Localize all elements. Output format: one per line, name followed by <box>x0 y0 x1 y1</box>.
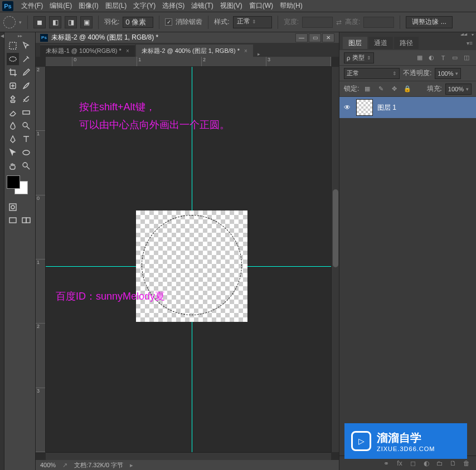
menu-type[interactable]: 文字(Y) <box>130 0 159 12</box>
history-brush-tool[interactable] <box>20 93 32 105</box>
menu-window[interactable]: 窗口(W) <box>246 0 276 12</box>
fill-input[interactable]: 100%▾ <box>445 84 472 95</box>
menu-view[interactable]: 视图(V) <box>217 0 246 12</box>
svg-point-6 <box>23 163 27 167</box>
eyedropper-tool[interactable] <box>20 66 32 79</box>
left-collapse-strip[interactable] <box>0 32 4 470</box>
lock-position-icon[interactable]: ✥ <box>389 84 399 94</box>
status-menu-icon[interactable]: ▸ <box>130 462 133 469</box>
crop-tool[interactable] <box>7 66 19 79</box>
quick-mask-tool[interactable] <box>7 201 19 213</box>
layer-name[interactable]: 图层 1 <box>377 103 396 112</box>
menu-filter[interactable]: 滤镜(T) <box>188 0 216 12</box>
layer-row[interactable]: 👁 图层 1 <box>339 97 476 118</box>
menu-bar: Ps 文件(F) 编辑(E) 图像(I) 图层(L) 文字(Y) 选择(S) 滤… <box>0 0 476 12</box>
zoom-tool[interactable] <box>20 160 32 172</box>
ruler-vertical[interactable]: 210123 <box>36 67 46 452</box>
screen-mode-alt-tool[interactable] <box>20 214 32 227</box>
opacity-input[interactable]: 100%▾ <box>435 68 461 79</box>
watermark-brand: 溜溜自学 <box>377 430 435 445</box>
lock-all-icon[interactable]: 🔒 <box>402 84 412 94</box>
clone-stamp-tool[interactable] <box>7 93 19 105</box>
status-arrow-icon[interactable]: ↗ <box>62 462 67 469</box>
selection-add-btn[interactable]: ◧ <box>49 16 61 28</box>
window-maximize-btn[interactable]: ▭ <box>309 33 321 42</box>
selection-subtract-btn[interactable]: ◨ <box>65 16 77 28</box>
layers-panel-tabs: 图层 通道 路径 ▾≡ <box>339 36 476 50</box>
filter-adjustment-icon[interactable]: ◐ <box>426 53 436 63</box>
lock-transparency-icon[interactable]: ▦ <box>362 84 372 94</box>
close-tab-icon[interactable]: × <box>244 48 247 54</box>
shape-ellipse-tool[interactable] <box>20 146 32 159</box>
new-layer-icon[interactable]: 🗋 <box>448 458 458 468</box>
menu-help[interactable]: 帮助(H) <box>276 0 306 12</box>
document-tab-1[interactable]: 未标题-1 @ 100%(RGB/8) *× <box>40 45 135 57</box>
menu-layer[interactable]: 图层(L) <box>102 0 130 12</box>
path-selection-tool[interactable] <box>7 146 19 159</box>
blur-tool[interactable] <box>7 120 19 132</box>
screen-mode-tool[interactable] <box>7 214 19 227</box>
selection-new-btn[interactable]: ◼ <box>33 16 46 28</box>
layer-mask-icon[interactable]: ◻ <box>408 458 418 468</box>
antialias-checkbox[interactable]: ✓ <box>165 18 172 26</box>
options-bar: ▾ ◼ ◧ ◨ ▣ 羽化: ✓ 消除锯齿 样式: 正常 ⇕ 宽度: ⇄ 高度: … <box>0 12 476 32</box>
filter-image-icon[interactable]: ▦ <box>415 53 425 63</box>
window-minimize-btn[interactable]: — <box>295 33 308 42</box>
style-select[interactable]: 正常 ⇕ <box>233 16 272 28</box>
feather-label: 羽化: <box>104 17 119 27</box>
adjustment-layer-icon[interactable]: ◐ <box>421 458 431 468</box>
marquee-rect-tool[interactable] <box>7 40 19 52</box>
foreground-color-swatch[interactable] <box>7 175 20 189</box>
scrollbar-vertical[interactable] <box>331 67 339 452</box>
scrollbar-horizontal[interactable] <box>46 452 331 460</box>
zoom-level[interactable]: 400% <box>40 462 56 468</box>
pen-tool[interactable] <box>7 133 19 145</box>
brush-tool[interactable] <box>20 80 32 92</box>
dodge-tool[interactable] <box>20 120 32 132</box>
canvas-content[interactable]: 按住shift+Alt键， 可以由中心点向外画出一个正圆。 百度ID：sunny… <box>46 67 331 452</box>
healing-brush-tool[interactable] <box>7 80 19 92</box>
svg-point-5 <box>23 150 30 155</box>
menu-image[interactable]: 图像(I) <box>75 0 101 12</box>
document-titlebar: Ps 未标题-2 @ 400% (图层 1, RGB/8) * — ▭ ✕ <box>36 32 339 43</box>
filter-type-icon[interactable]: T <box>438 53 448 63</box>
ruler-horizontal[interactable]: 0123 <box>46 57 331 67</box>
group-icon[interactable]: 🗀 <box>435 458 445 468</box>
tab-overflow-icon[interactable]: ▸ <box>258 51 260 57</box>
panel-options-icon[interactable]: ▾≡ <box>467 40 473 46</box>
filter-kind-select[interactable]: ρ类型⇕ <box>344 52 374 63</box>
layer-fx-icon[interactable]: fx <box>395 458 405 468</box>
move-tool[interactable] <box>20 40 32 52</box>
layer-visibility-icon[interactable]: 👁 <box>343 103 352 112</box>
refine-edge-button[interactable]: 调整边缘 ... <box>406 16 452 28</box>
magic-wand-tool[interactable] <box>20 53 32 65</box>
layer-thumbnail[interactable] <box>356 99 373 116</box>
canvas-area[interactable]: 0123 210123 按住shift+Alt键， 可以由中心点向外画出一个正圆… <box>36 57 339 460</box>
selection-intersect-btn[interactable]: ▣ <box>80 16 93 28</box>
tool-preset-icon[interactable] <box>3 16 16 28</box>
gradient-tool[interactable] <box>20 106 32 119</box>
color-swatches[interactable] <box>7 175 33 195</box>
filter-smart-icon[interactable]: ◫ <box>462 53 472 63</box>
delete-layer-icon[interactable]: 🗑 <box>462 458 472 468</box>
close-tab-icon[interactable]: × <box>126 48 129 54</box>
menu-select[interactable]: 选择(S) <box>159 0 188 12</box>
type-tool[interactable] <box>20 133 32 145</box>
doc-icon: Ps <box>40 34 48 42</box>
blend-mode-select[interactable]: 正常⇕ <box>344 68 400 79</box>
hand-tool[interactable] <box>7 160 19 172</box>
menu-file[interactable]: 文件(F) <box>18 0 46 12</box>
feather-input[interactable] <box>123 17 153 28</box>
tab-layers[interactable]: 图层 <box>343 37 367 49</box>
tab-paths[interactable]: 路径 <box>394 37 419 49</box>
marquee-ellipse-tool[interactable] <box>7 53 19 65</box>
document-tab-2[interactable]: 未标题-2 @ 400% (图层 1, RGB/8) *× <box>136 45 253 57</box>
tab-channels[interactable]: 通道 <box>368 37 393 49</box>
menu-edit[interactable]: 编辑(E) <box>46 0 75 12</box>
filter-shape-icon[interactable]: ▭ <box>450 53 460 63</box>
window-close-btn[interactable]: ✕ <box>322 33 334 42</box>
lock-pixels-icon[interactable]: ✎ <box>376 84 386 94</box>
height-input <box>363 17 394 28</box>
link-layers-icon[interactable]: ⚭ <box>381 458 391 468</box>
eraser-tool[interactable] <box>7 106 19 119</box>
